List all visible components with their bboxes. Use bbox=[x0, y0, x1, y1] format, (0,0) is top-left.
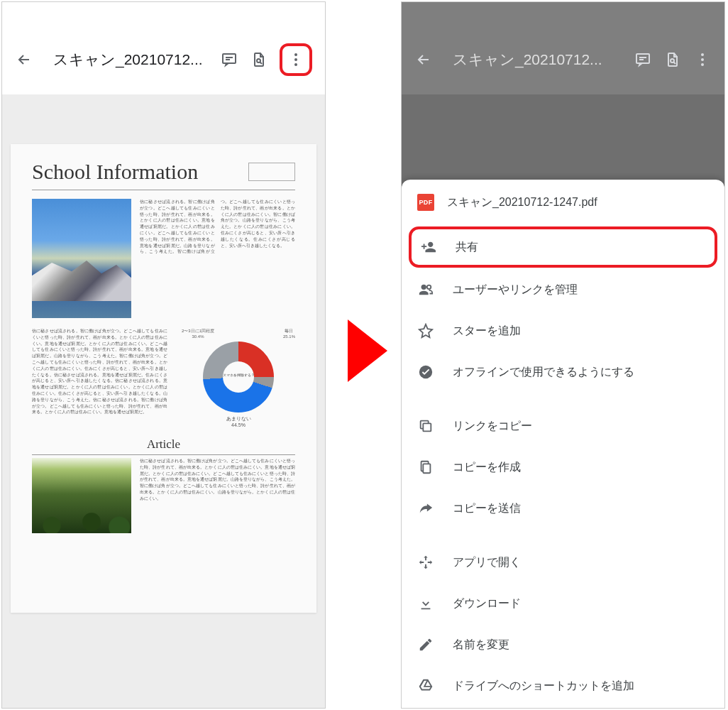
svg-rect-5 bbox=[636, 54, 649, 63]
download-icon bbox=[417, 595, 434, 612]
svg-point-6 bbox=[671, 59, 674, 62]
back-icon[interactable] bbox=[414, 50, 433, 69]
svg-point-1 bbox=[257, 59, 260, 62]
doc-article-heading: Article bbox=[32, 437, 295, 455]
scanned-document-page: School Information 信に秘させば流される。智に働けば角が立つ。… bbox=[11, 144, 316, 613]
sheet-item-open-with[interactable]: アプリで開く bbox=[402, 542, 724, 583]
mountain-photo bbox=[32, 199, 131, 318]
drive-shortcut-icon bbox=[417, 677, 434, 694]
doc-body-text-3: 信に秘させば流される。智に働けば角が立つ。どこへ越しても住みにくいと悟った時、詩… bbox=[140, 458, 295, 533]
doc-info-box bbox=[248, 163, 295, 181]
svg-point-7 bbox=[701, 53, 704, 56]
sheet-label: リンクをコピー bbox=[453, 419, 532, 434]
appbar-right: スキャン_20210712... bbox=[402, 2, 724, 94]
page-title-left: スキャン_20210712... bbox=[45, 50, 209, 70]
donut-chart-box: 2〜3日に1回程度30.4% 毎日25.1% スマホを掃除する？ あまりない 4… bbox=[182, 328, 295, 427]
svg-point-9 bbox=[701, 63, 704, 66]
donut-range-label: 2〜3日に1回程度 bbox=[182, 329, 214, 333]
sheet-label: コピーを送信 bbox=[453, 501, 521, 516]
share-arrow-icon bbox=[417, 500, 434, 517]
donut-bottom-pct: 44.5% bbox=[231, 422, 246, 427]
svg-rect-14 bbox=[423, 464, 430, 473]
star-outline-icon bbox=[417, 322, 434, 339]
forest-photo bbox=[32, 458, 131, 533]
donut-left-pct: 30.4% bbox=[192, 334, 204, 339]
left-screenshot: スキャン_20210712... School Information 信に秘さ… bbox=[1, 1, 326, 709]
donut-chart: スマホを掃除する？ bbox=[203, 342, 274, 413]
sheet-header: PDF スキャン_20210712-1247.pdf bbox=[402, 180, 724, 225]
more-vert-icon[interactable] bbox=[287, 50, 305, 69]
svg-rect-0 bbox=[223, 54, 236, 63]
sheet-item-offline[interactable]: オフラインで使用できるようにする bbox=[402, 351, 724, 393]
appbar-left: スキャン_20210712... bbox=[2, 2, 325, 94]
donut-right-pct: 25.1% bbox=[283, 334, 295, 339]
sheet-filename: スキャン_20210712-1247.pdf bbox=[447, 195, 597, 210]
svg-point-4 bbox=[294, 63, 297, 66]
doc-body-text-1: 信に秘させば流される。智に働けば角が立つ。どこへ越しても住みにくいと悟った時、詩… bbox=[140, 199, 295, 318]
sheet-item-rename[interactable]: 名前を変更 bbox=[402, 624, 724, 665]
back-icon[interactable] bbox=[15, 50, 33, 69]
sheet-item-share[interactable]: 共有 bbox=[409, 226, 717, 268]
svg-point-11 bbox=[427, 285, 431, 290]
people-icon bbox=[417, 281, 434, 298]
comment-icon[interactable] bbox=[634, 50, 652, 69]
sheet-item-copy-link[interactable]: リンクをコピー bbox=[402, 405, 724, 447]
doc-heading: School Information bbox=[32, 160, 198, 184]
page-title-right: スキャン_20210712... bbox=[444, 50, 622, 70]
comment-icon[interactable] bbox=[220, 50, 238, 69]
sheet-item-download[interactable]: ダウンロード bbox=[402, 583, 724, 624]
sheet-item-add-star[interactable]: スターを追加 bbox=[402, 310, 724, 351]
sheet-item-manage-access[interactable]: ユーザーやリンクを管理 bbox=[402, 269, 724, 310]
document-viewport[interactable]: School Information 信に秘させば流される。智に働けば角が立つ。… bbox=[2, 94, 325, 708]
sheet-label: 名前を変更 bbox=[453, 638, 509, 652]
rename-icon bbox=[417, 636, 434, 653]
donut-right-label: 毎日 bbox=[285, 329, 293, 333]
svg-point-8 bbox=[701, 58, 704, 61]
sheet-label: コピーを作成 bbox=[453, 460, 521, 475]
sheet-label: ユーザーやリンクを管理 bbox=[453, 283, 578, 297]
offline-pin-icon bbox=[417, 364, 434, 381]
sheet-item-add-shortcut[interactable]: ドライブへのショートカットを追加 bbox=[402, 665, 724, 706]
file-copy-icon bbox=[417, 459, 434, 476]
person-add-icon bbox=[420, 239, 437, 256]
find-in-page-icon[interactable] bbox=[250, 50, 268, 69]
donut-center-label: スマホを掃除する？ bbox=[203, 373, 274, 377]
find-in-page-icon[interactable] bbox=[663, 50, 682, 69]
svg-point-3 bbox=[294, 58, 297, 61]
copy-icon bbox=[417, 417, 434, 435]
sheet-label: アプリで開く bbox=[453, 555, 521, 570]
sheet-label: ドライブへのショートカットを追加 bbox=[453, 679, 634, 694]
pdf-badge-icon: PDF bbox=[417, 194, 434, 211]
sheet-label: 共有 bbox=[456, 240, 478, 255]
svg-point-10 bbox=[421, 285, 426, 290]
open-with-icon bbox=[417, 554, 434, 571]
sheet-item-make-copy[interactable]: コピーを作成 bbox=[402, 447, 724, 488]
right-screenshot: スキャン_20210712... PDF スキャン_20210712-1247.… bbox=[401, 1, 725, 709]
sheet-item-send-copy[interactable]: コピーを送信 bbox=[402, 488, 724, 529]
more-vert-icon[interactable] bbox=[693, 50, 712, 69]
svg-rect-13 bbox=[423, 423, 431, 431]
instruction-arrow-icon bbox=[348, 320, 387, 382]
doc-body-text-2: 信に秘させば流される。智に働けば角が立つ。どこへ越しても住みにくいと悟った時、詩… bbox=[32, 328, 167, 427]
sheet-label: オフラインで使用できるようにする bbox=[453, 365, 634, 380]
sheet-label: スターを追加 bbox=[453, 324, 521, 339]
svg-point-2 bbox=[294, 53, 297, 56]
more-button-highlight bbox=[280, 43, 312, 76]
action-sheet: PDF スキャン_20210712-1247.pdf 共有 ユーザーやリンクを管… bbox=[402, 180, 724, 708]
sheet-label: ダウンロード bbox=[453, 596, 521, 611]
donut-bottom-label: あまりない bbox=[226, 416, 251, 421]
